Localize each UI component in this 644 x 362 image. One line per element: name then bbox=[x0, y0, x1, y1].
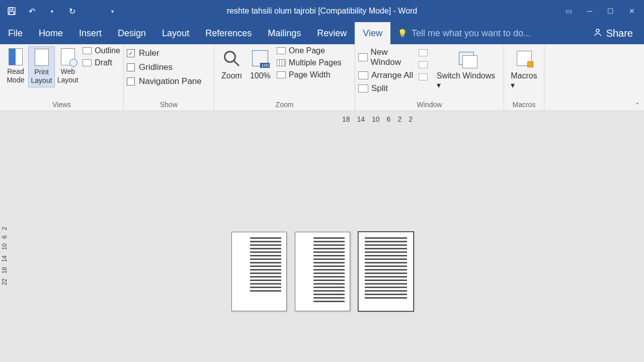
tab-view[interactable]: View bbox=[355, 22, 390, 44]
macros-group-label: Macros bbox=[504, 100, 544, 111]
zoom-button[interactable]: Zoom bbox=[217, 46, 246, 82]
outline-label: Outline bbox=[95, 46, 120, 55]
redo-icon[interactable]: ↻ bbox=[66, 6, 77, 17]
reset-window-icon[interactable] bbox=[419, 73, 428, 80]
web-layout-button[interactable]: Web Layout bbox=[55, 46, 80, 86]
document-area[interactable]: 18 14 10 6 2 2 2 6 10 14 18 22 bbox=[0, 111, 644, 362]
share-icon bbox=[593, 28, 602, 39]
ruler-mark: 14 bbox=[1, 255, 8, 262]
ruler-checkbox[interactable]: ✓Ruler bbox=[127, 48, 202, 58]
page-thumbnail[interactable] bbox=[231, 232, 287, 311]
switch-windows-button[interactable]: Switch Windows ▾ bbox=[433, 46, 501, 92]
views-group-label: Views bbox=[0, 100, 123, 111]
title-bar: ↶ ▾ ↻ ▾ reshte tahsili olum tajrobi [Com… bbox=[0, 0, 644, 22]
vertical-ruler[interactable]: 2 6 10 14 18 22 bbox=[1, 227, 8, 286]
collapse-ribbon-icon[interactable]: ⌃ bbox=[635, 102, 640, 109]
macros-button[interactable]: Macros▾ bbox=[507, 46, 541, 92]
zoom-icon bbox=[222, 48, 240, 68]
new-window-button[interactable]: New Window bbox=[358, 47, 417, 67]
print-layout-button[interactable]: Print Layout bbox=[28, 46, 55, 87]
tab-home[interactable]: Home bbox=[31, 22, 71, 44]
tab-mailings[interactable]: Mailings bbox=[260, 22, 309, 44]
svg-rect-2 bbox=[10, 12, 14, 15]
outline-button[interactable]: Outline bbox=[83, 46, 120, 55]
ruler-mark: 10 bbox=[372, 115, 380, 123]
ribbon-tabs: File Home Insert Design Layout Reference… bbox=[0, 22, 644, 44]
svg-rect-1 bbox=[10, 8, 13, 10]
page-width-button[interactable]: Page Width bbox=[277, 70, 342, 79]
macros-label: Macros▾ bbox=[511, 71, 537, 90]
new-window-icon bbox=[358, 53, 368, 61]
sync-scrolling-icon[interactable] bbox=[419, 61, 428, 68]
page-thumbnail[interactable] bbox=[358, 232, 414, 311]
split-label: Split bbox=[371, 83, 388, 94]
horizontal-ruler[interactable]: 18 14 10 6 2 2 bbox=[342, 115, 413, 123]
hundred-icon: 100 bbox=[251, 48, 269, 68]
arrange-all-button[interactable]: Arrange All bbox=[358, 70, 417, 80]
ruler-mark: 10 bbox=[1, 243, 8, 250]
zoom-label: Zoom bbox=[221, 71, 242, 80]
minimize-icon[interactable]: ─ bbox=[587, 7, 592, 15]
split-button[interactable]: Split bbox=[358, 83, 417, 94]
read-mode-label: Read Mode bbox=[7, 67, 24, 84]
macros-icon bbox=[515, 48, 533, 68]
ruler-mark: 18 bbox=[1, 267, 8, 274]
tab-review[interactable]: Review bbox=[309, 22, 355, 44]
hundred-label: 100% bbox=[250, 71, 271, 80]
close-icon[interactable]: ✕ bbox=[629, 7, 635, 15]
tab-references[interactable]: References bbox=[197, 22, 260, 44]
checkbox-icon bbox=[127, 77, 135, 85]
ribbon-display-options-icon[interactable]: ▭ bbox=[566, 7, 572, 15]
tab-design[interactable]: Design bbox=[110, 22, 154, 44]
svg-point-3 bbox=[596, 29, 599, 32]
share-label: Share bbox=[606, 28, 633, 39]
ruler-label: Ruler bbox=[139, 48, 159, 58]
ruler-mark: 2 bbox=[397, 115, 401, 123]
tab-layout[interactable]: Layout bbox=[154, 22, 197, 44]
ruler-mark: 6 bbox=[1, 235, 8, 239]
outline-icon bbox=[83, 47, 92, 54]
hundred-percent-button[interactable]: 100 100% bbox=[246, 46, 275, 82]
gridlines-label: Gridlines bbox=[139, 62, 173, 72]
navigation-pane-checkbox[interactable]: Navigation Pane bbox=[127, 76, 202, 86]
undo-dropdown-icon[interactable]: ▾ bbox=[46, 6, 57, 17]
save-icon[interactable] bbox=[6, 6, 17, 17]
print-layout-icon bbox=[35, 49, 49, 66]
lightbulb-icon: 💡 bbox=[397, 29, 408, 38]
new-window-label: New Window bbox=[371, 47, 417, 67]
one-page-button[interactable]: One Page bbox=[277, 46, 342, 55]
multiple-pages-button[interactable]: Multiple Pages bbox=[277, 58, 342, 67]
ruler-mark: 22 bbox=[1, 279, 8, 285]
nav-pane-label: Navigation Pane bbox=[139, 76, 202, 86]
gridlines-checkbox[interactable]: Gridlines bbox=[127, 62, 202, 72]
tell-me-search[interactable]: 💡 Tell me what you want to do... bbox=[390, 22, 582, 44]
share-button[interactable]: Share bbox=[582, 22, 644, 44]
checkbox-checked-icon: ✓ bbox=[127, 49, 135, 57]
tab-file[interactable]: File bbox=[0, 22, 31, 44]
undo-icon[interactable]: ↶ bbox=[26, 6, 37, 17]
window-title: reshte tahsili olum tajrobi [Compatibili… bbox=[227, 7, 418, 16]
maximize-icon[interactable]: ☐ bbox=[607, 7, 614, 15]
read-mode-icon bbox=[9, 48, 23, 65]
web-layout-label: Web Layout bbox=[57, 67, 78, 84]
print-layout-label: Print Layout bbox=[31, 68, 52, 84]
tab-insert[interactable]: Insert bbox=[71, 22, 110, 44]
split-icon bbox=[358, 84, 368, 93]
page-width-label: Page Width bbox=[289, 70, 331, 79]
ruler-mark: 2 bbox=[1, 227, 8, 230]
draft-button[interactable]: Draft bbox=[83, 58, 120, 67]
window-group-label: Window bbox=[355, 100, 504, 111]
page-thumbnail[interactable] bbox=[295, 232, 350, 311]
one-page-icon bbox=[277, 47, 286, 54]
view-side-by-side-icon[interactable] bbox=[419, 49, 428, 56]
ruler-mark: 18 bbox=[342, 115, 350, 123]
show-group-label: Show bbox=[124, 100, 214, 111]
qat-customize-icon[interactable]: ▾ bbox=[107, 6, 118, 17]
read-mode-button[interactable]: Read Mode bbox=[3, 46, 28, 86]
ruler-mark: 2 bbox=[409, 115, 413, 123]
draft-icon bbox=[83, 59, 92, 66]
switch-windows-label: Switch Windows ▾ bbox=[437, 71, 497, 90]
ruler-mark: 14 bbox=[357, 115, 365, 123]
one-page-label: One Page bbox=[289, 46, 325, 55]
page-thumbnails bbox=[231, 232, 414, 311]
